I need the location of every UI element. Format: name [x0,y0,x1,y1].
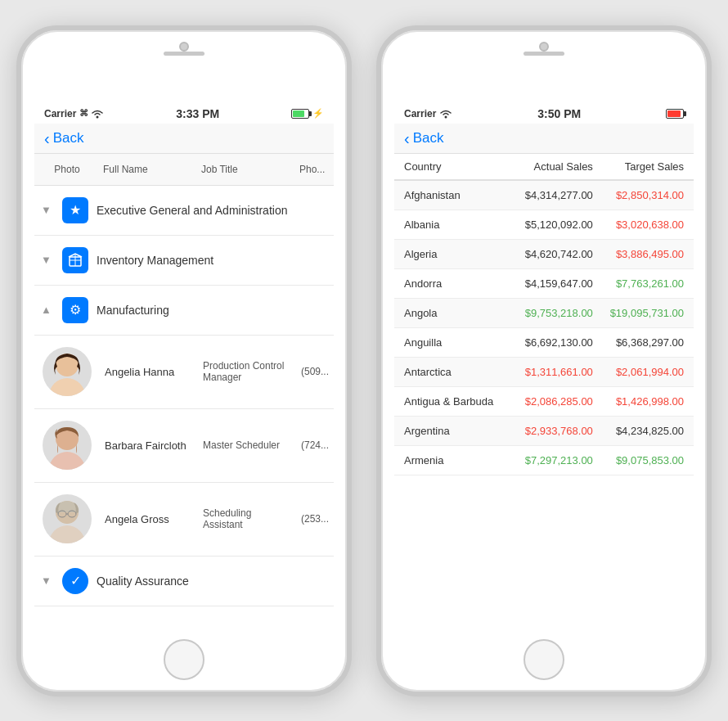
wifi-icon-right [439,108,452,119]
phone-top-left [21,30,347,104]
sales-row[interactable]: Andorra$4,159,647.00$7,763,261.00 [394,269,694,299]
time-left: 3:33 PM [176,107,219,120]
home-button-right[interactable] [524,639,564,680]
col-header-name: Full Name [100,160,198,178]
group-row-inventory[interactable]: ▼ Inventory Management [34,236,334,286]
group-label-inventory: Inventory Management [97,254,213,267]
back-label-right: Back [413,130,444,146]
sales-actual: $1,311,661.00 [502,366,593,378]
gear-icon: ⚙ [62,297,88,323]
col-target-header: Target Sales [593,160,684,173]
group-row-manufacturing[interactable]: ▲ ⚙ Manufacturing [34,286,334,336]
chevron-qa: ▼ [41,575,54,587]
svg-point-13 [445,116,447,119]
time-right: 3:50 PM [537,107,581,120]
sales-row[interactable]: Armenia$7,297,213.00$9,075,853.00 [394,446,694,475]
group-label-qa: Quality Assurance [97,575,189,588]
sales-actual: $6,692,130.00 [502,336,593,349]
sales-actual: $4,620,742.00 [502,248,593,260]
avatar-barbara [43,421,92,470]
title-barbara: Master Scheduler [198,436,296,454]
chevron-manufacturing: ▲ [41,304,54,316]
sales-actual: $2,086,285.00 [502,395,593,408]
group-label-executive: Executive General and Administration [97,204,287,217]
sales-country: Andorra [404,277,502,290]
phone-angela: (253... [296,510,334,528]
left-screen: Carrier ⌘ 3:33 PM ⚡ [34,104,334,634]
status-bar-right: Carrier 3:50 PM [394,104,694,124]
back-label-left: Back [53,130,84,146]
employee-row-barbara[interactable]: Barbara Faircloth Master Scheduler (724.… [34,409,334,483]
camera-dot-right [539,42,549,52]
chevron-inventory: ▼ [41,254,54,266]
sales-target: $3,020,638.00 [593,219,684,231]
carrier-right: Carrier [404,108,436,119]
sales-country: Armenia [404,454,502,466]
sales-row[interactable]: Afghanistan$4,314,277.00$2,850,314.00 [394,181,694,210]
sales-table-header: Country Actual Sales Target Sales [394,154,694,181]
sales-row[interactable]: Argentina$2,933,768.00$4,234,825.00 [394,417,694,446]
group-row-qa[interactable]: ▼ ✓ Quality Assurance [34,557,334,606]
svg-point-0 [97,116,99,119]
carrier-left: Carrier [44,108,76,119]
svg-point-4 [49,378,85,396]
phone-bottom-left [164,639,204,680]
battery-right [666,109,684,119]
avatar-angela [43,494,92,543]
home-button-left[interactable] [164,639,204,680]
sales-row[interactable]: Albania$5,120,092.00$3,020,638.00 [394,210,694,240]
sales-target: $2,061,994.00 [593,366,684,378]
table-header-left: Photo Full Name Job Title Pho... [34,154,334,186]
status-left: Carrier ⌘ [44,108,104,119]
right-screen: Carrier 3:50 PM ‹ Back [394,104,694,634]
right-phone: Carrier 3:50 PM ‹ Back [376,25,712,696]
sales-country: Albania [404,219,502,231]
nav-bar-left: ‹ Back [34,124,334,154]
sales-row[interactable]: Antarctica$1,311,661.00$2,061,994.00 [394,358,694,387]
sales-table: Afghanistan$4,314,277.00$2,850,314.00Alb… [394,181,694,475]
nav-bar-right: ‹ Back [394,124,694,154]
phone-top-right [381,30,707,104]
photo-angela [34,489,100,548]
sales-target: $4,234,825.00 [593,425,684,437]
sales-target: $3,886,495.00 [593,248,684,260]
sales-row[interactable]: Antigua & Barbuda$2,086,285.00$1,426,998… [394,387,694,417]
chevron-executive: ▼ [41,204,54,216]
box-icon [62,247,88,273]
name-angela: Angela Gross [100,510,198,529]
sales-target: $6,368,297.00 [593,336,684,349]
group-row-executive[interactable]: ▼ ★ Executive General and Administration [34,186,334,236]
sales-row[interactable]: Anguilla$6,692,130.00$6,368,297.00 [394,328,694,358]
employee-row-angelia[interactable]: Angelia Hanna Production Control Manager… [34,336,334,409]
speaker-left [164,52,204,56]
back-button-left[interactable]: ‹ Back [44,130,83,146]
sales-actual: $7,297,213.00 [502,454,593,466]
employee-row-angela[interactable]: Angela Gross Scheduling Assistant (253..… [34,483,334,557]
sales-country: Algeria [404,248,502,260]
svg-point-8 [49,525,85,543]
wifi-icon-left: ⌘ [79,108,104,119]
sales-target: $7,763,261.00 [593,277,684,290]
name-angelia: Angelia Hanna [100,363,198,381]
sales-row[interactable]: Angola$9,753,218.00$19,095,731.00 [394,299,694,328]
charging-icon: ⚡ [312,108,324,119]
title-angela: Scheduling Assistant [198,504,296,534]
col-country-header: Country [404,160,502,173]
sales-actual: $9,753,218.00 [502,307,593,319]
col-actual-header: Actual Sales [502,160,593,173]
group-label-manufacturing: Manufacturing [97,304,169,317]
check-icon: ✓ [62,568,88,594]
sales-country: Anguilla [404,336,502,349]
sales-target: $9,075,853.00 [593,454,684,466]
photo-angelia [34,342,100,401]
status-left-right: Carrier [404,108,452,119]
sales-target: $1,426,998.00 [593,395,684,408]
back-button-right[interactable]: ‹ Back [404,130,443,146]
status-right-right [666,109,684,119]
sales-row[interactable]: Algeria$4,620,742.00$3,886,495.00 [394,240,694,269]
back-chevron-right: ‹ [404,130,410,146]
status-right-left: ⚡ [291,108,324,119]
sales-target: $2,850,314.00 [593,189,684,201]
avatar-angelia [43,347,92,396]
col-header-photo: Photo [34,160,100,178]
